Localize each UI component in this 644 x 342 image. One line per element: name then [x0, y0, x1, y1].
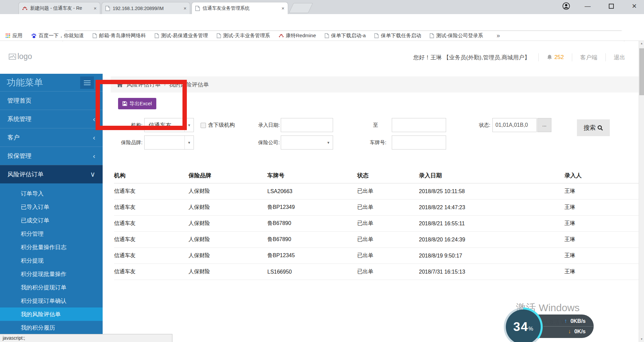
user-bar: 您好！王琳 【业务员(外勤),管理员,商城用户】 252 客户端 退出: [413, 53, 625, 61]
cell: 王琳: [565, 216, 639, 232]
bookmark-item[interactable]: 测试-保险公司登录系: [430, 33, 483, 39]
broken-image-icon: [9, 54, 16, 60]
sidebar-item-risk-orders[interactable]: 风险评估订单 ∨: [0, 165, 103, 183]
bookmark-item[interactable]: 测试-易保通业务管理: [155, 33, 208, 39]
notifications[interactable]: 252: [547, 54, 564, 61]
submenu-label: 已成交订单: [21, 217, 49, 224]
table-row[interactable]: 信通车友人保财险鲁B67890已出单2018/8/20 16:24:39王琳: [114, 232, 639, 248]
sidebar-item-label: 管理首页: [7, 97, 32, 105]
company-select[interactable]: ▼: [281, 135, 333, 150]
cell: 已出单: [357, 264, 419, 280]
cell: 信通车友: [114, 199, 189, 216]
brand-select[interactable]: ▼: [144, 135, 194, 150]
scrollbar-thumb[interactable]: [639, 48, 644, 95]
browser-toolbar: ← → 192.168.1.208:20901/IMS/Login/Main ⋮: [0, 14, 644, 31]
submenu-item[interactable]: 积分提现订单确认: [0, 294, 103, 307]
org-label: 机构:: [116, 118, 143, 132]
submenu-item[interactable]: 已导入订单: [0, 200, 103, 214]
progress-percent-sign: %: [528, 326, 533, 332]
sidebar-item-label: 客户: [7, 133, 19, 141]
search-button-label: 搜索: [584, 124, 596, 132]
sidebar-item-insure[interactable]: 投保管理 ‹: [0, 147, 103, 165]
page-favicon: [195, 6, 200, 11]
cell: 人保财险: [189, 232, 267, 248]
sidebar-title: 功能菜单: [0, 74, 103, 91]
sidebar-title-text: 功能菜单: [7, 76, 43, 89]
plate-input[interactable]: [392, 135, 446, 150]
maximize-button[interactable]: [601, 0, 621, 12]
dropdown-arrow-icon[interactable]: ▼: [184, 136, 194, 149]
entry-date-to-input[interactable]: [392, 118, 446, 132]
bookmark-baidu[interactable]: 百度一下，你就知道: [31, 33, 84, 39]
submenu-item[interactable]: 我的积分履历: [0, 321, 103, 334]
dropdown-arrow-icon[interactable]: ▼: [184, 118, 194, 132]
scroll-down-icon[interactable]: ▼: [639, 337, 644, 342]
user-greeting: 您好！王琳 【业务员(外勤),管理员,商城用户】: [413, 54, 530, 61]
status-input[interactable]: [492, 118, 537, 132]
entry-date-from-input[interactable]: [281, 118, 333, 132]
bookmark-item[interactable]: 保单下载启动-a: [325, 33, 366, 39]
tab-close-icon[interactable]: ×: [183, 5, 186, 11]
tab-title: 信通车友业务管理系统: [203, 5, 279, 11]
table-row[interactable]: 信通车友人保财险鲁B67890已出单2018/8/21 16:55:11王琳: [114, 216, 639, 232]
page-icon: [93, 33, 97, 38]
bookmark-redmine[interactable]: 康特Redmine: [279, 33, 316, 39]
hamburger-menu-button[interactable]: [80, 76, 94, 89]
brand-select-value: [145, 136, 184, 149]
cell: 已出单: [357, 199, 419, 216]
submenu-item[interactable]: 积分提现批量操作: [0, 267, 103, 281]
new-tab-button[interactable]: [289, 3, 313, 13]
home-icon[interactable]: [117, 82, 123, 88]
submenu-item[interactable]: 积分提现: [0, 254, 103, 267]
to-label: 至: [373, 118, 386, 132]
site-logo[interactable]: logo: [9, 52, 32, 61]
submenu-item[interactable]: 订单导入: [0, 187, 103, 200]
col-entry-by: 录入人: [565, 168, 639, 183]
browser-tab-2[interactable]: 192.168.1.208:20899/IM ×: [102, 2, 190, 14]
table-row[interactable]: 信通车友人保财险鲁BP12345已出单2018/8/19 9:50:17王琳: [114, 248, 639, 264]
cell: 王琳: [565, 264, 639, 280]
search-button[interactable]: 搜索: [577, 119, 610, 136]
table-row[interactable]: 信通车友人保财险鲁BP12349已出单2018/8/22 14:47:23王琳: [114, 199, 639, 216]
close-button[interactable]: ×: [625, 0, 644, 12]
table-row[interactable]: 信通车友人保财险LSA20663已出单2018/8/25 10:11:58王琳: [114, 183, 639, 199]
client-link[interactable]: 客户端: [580, 54, 597, 61]
include-sub-checkbox[interactable]: [201, 123, 206, 128]
bookmarks-overflow-icon[interactable]: »: [496, 32, 500, 39]
org-select[interactable]: 信通车友 ▼: [144, 118, 194, 132]
cell: 信通车友: [114, 248, 189, 264]
browser-status-tooltip: javascript:;: [0, 334, 172, 342]
table-row[interactable]: 信通车友人保财险LS166950已出单2018/7/31 16:15:13王琳: [114, 264, 639, 280]
browser-tab-3-active[interactable]: 信通车友业务管理系统 ×: [192, 2, 288, 14]
submenu-item[interactable]: 积分管理: [0, 227, 103, 240]
vertical-scrollbar[interactable]: ▲ ▼: [639, 41, 644, 342]
sidebar-item-customer[interactable]: 客户 ‹: [0, 128, 103, 147]
submenu-item[interactable]: 积分批量操作日志: [0, 240, 103, 254]
cell: 信通车友: [114, 264, 189, 280]
sidebar-item-system[interactable]: 系统管理 ‹: [0, 110, 103, 128]
tab-close-icon[interactable]: ×: [94, 5, 97, 11]
bookmark-item[interactable]: 保单下载任务启动: [374, 33, 421, 39]
submenu-label: 积分批量操作日志: [21, 243, 66, 251]
scroll-up-icon[interactable]: ▲: [639, 41, 644, 46]
status-more-button[interactable]: ...: [537, 118, 551, 132]
include-sub-label[interactable]: 含下级机构: [208, 118, 235, 132]
breadcrumb-root[interactable]: 风险评估订单: [126, 81, 161, 89]
browser-tab-1[interactable]: 新建问题 - 信通车友 - Re ×: [18, 2, 100, 14]
submenu-item-active[interactable]: 我的风险评估单: [0, 307, 103, 321]
sidebar-submenu: 订单导入 已导入订单 已成交订单 积分管理 积分批量操作日志 积分提现 积分提现…: [0, 183, 103, 334]
submenu-item[interactable]: 我的积分提现订单: [0, 281, 103, 294]
chevron-down-icon: ∨: [90, 170, 95, 178]
bookmark-item[interactable]: 邮箱-青岛康特网络科: [93, 33, 146, 39]
logout-link[interactable]: 退出: [614, 54, 625, 61]
bookmark-item[interactable]: 测试-天丰业务管理系: [217, 33, 270, 39]
submenu-label: 订单导入: [21, 190, 44, 197]
submenu-item[interactable]: 已成交订单: [0, 214, 103, 227]
sidebar-item-home[interactable]: 管理首页: [0, 91, 103, 110]
profile-icon[interactable]: [559, 0, 574, 12]
dropdown-arrow-icon[interactable]: ▼: [324, 136, 333, 149]
minimize-button[interactable]: —: [578, 0, 598, 12]
tab-close-icon[interactable]: ×: [281, 5, 284, 11]
export-excel-button[interactable]: 导出Excel: [118, 98, 156, 109]
bookmark-apps[interactable]: 应用: [5, 33, 22, 39]
